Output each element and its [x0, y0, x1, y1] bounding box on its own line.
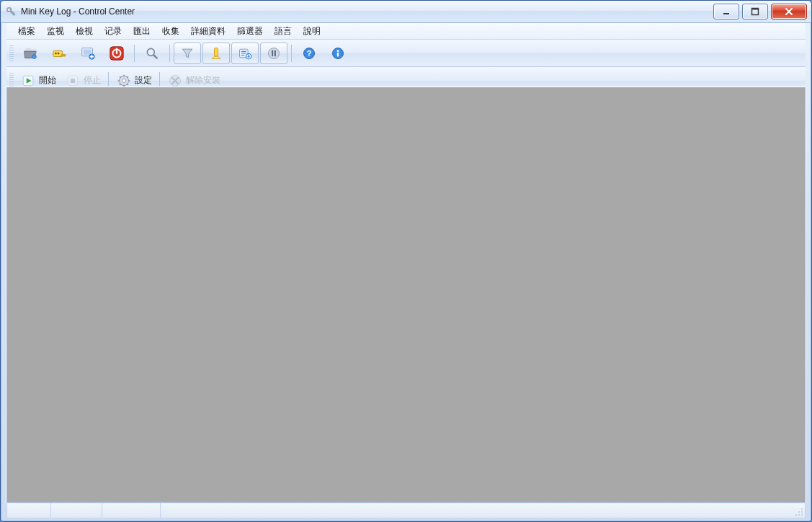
toolbar-separator — [159, 72, 160, 89]
screenshot-settings-button[interactable] — [74, 43, 102, 64]
key-credentials-icon — [51, 45, 67, 61]
menu-view[interactable]: 檢視 — [70, 23, 99, 39]
power-icon — [109, 45, 125, 61]
svg-rect-17 — [272, 50, 273, 56]
svg-text:?: ? — [307, 48, 312, 57]
info-button[interactable] — [324, 43, 352, 64]
svg-point-32 — [798, 511, 800, 513]
filter-button[interactable] — [174, 43, 201, 64]
refresh-data-button[interactable] — [231, 43, 259, 64]
highlight-button[interactable] — [202, 43, 230, 64]
svg-rect-8 — [84, 49, 92, 54]
close-button[interactable] — [771, 4, 807, 19]
pause-button[interactable] — [260, 43, 287, 64]
screenshot-settings-icon — [80, 45, 96, 61]
svg-point-31 — [801, 511, 803, 513]
status-cell-1 — [7, 503, 51, 518]
content-area[interactable] — [6, 87, 806, 503]
menu-monitor[interactable]: 监视 — [41, 23, 70, 39]
help-button[interactable]: ? — [295, 43, 323, 64]
window-title: Mini Key Log - Control Center — [21, 6, 713, 17]
menu-collect[interactable]: 收集 — [156, 23, 185, 39]
toolbar-grip[interactable] — [9, 45, 14, 61]
stop-label: 停止 — [84, 74, 101, 87]
status-cell-4 — [161, 503, 805, 518]
svg-rect-13 — [215, 48, 218, 56]
toolbar-separator — [108, 72, 109, 89]
open-log-button[interactable] — [17, 43, 44, 64]
search-icon — [144, 45, 160, 61]
maximize-button[interactable] — [742, 4, 768, 19]
svg-rect-2 — [752, 9, 759, 10]
statusbar — [6, 503, 806, 518]
toolbar-grip[interactable] — [9, 73, 14, 89]
search-button[interactable] — [138, 43, 166, 64]
svg-point-28 — [122, 79, 126, 82]
menu-export[interactable]: 匯出 — [128, 23, 156, 39]
uninstall-icon — [167, 73, 183, 89]
play-icon — [20, 73, 36, 89]
status-cell-2 — [51, 503, 102, 518]
svg-rect-26 — [71, 79, 75, 83]
highlight-icon — [208, 45, 224, 61]
uninstall-label: 解除安裝 — [186, 74, 220, 87]
start-label: 開始 — [39, 74, 56, 87]
menu-details[interactable]: 詳細資料 — [185, 23, 231, 39]
svg-point-22 — [337, 50, 339, 52]
filter-icon — [179, 45, 195, 61]
window-controls — [713, 4, 807, 19]
svg-rect-23 — [337, 52, 339, 56]
power-button[interactable] — [103, 43, 130, 64]
toolbar-separator — [134, 45, 135, 62]
menu-help[interactable]: 說明 — [298, 23, 326, 39]
toolbar-separator — [169, 45, 170, 62]
refresh-data-icon — [237, 45, 253, 61]
svg-rect-18 — [275, 50, 276, 56]
svg-point-5 — [55, 52, 57, 54]
svg-point-34 — [798, 514, 800, 516]
menubar: 檔案 监视 檢視 记录 匯出 收集 詳細資料 篩選器 語言 說明 — [6, 23, 806, 40]
svg-point-35 — [795, 514, 797, 516]
titlebar[interactable]: Mini Key Log - Control Center — [1, 1, 811, 23]
svg-rect-0 — [723, 13, 729, 14]
resize-grip[interactable] — [793, 506, 803, 516]
minimize-button[interactable] — [713, 4, 739, 19]
settings-label: 設定 — [135, 74, 152, 87]
stop-icon — [65, 73, 81, 89]
key-credentials-button[interactable] — [45, 43, 73, 64]
open-log-icon — [22, 45, 38, 61]
menu-record[interactable]: 记录 — [99, 23, 128, 39]
svg-point-16 — [269, 48, 280, 58]
svg-point-6 — [58, 52, 60, 54]
app-icon — [5, 6, 17, 17]
pause-icon — [266, 45, 282, 61]
status-cell-3 — [102, 503, 161, 518]
icon-toolbar: ? — [6, 40, 806, 67]
toolbar-separator — [291, 45, 292, 62]
info-icon — [330, 45, 346, 61]
menu-language[interactable]: 語言 — [269, 23, 298, 39]
help-icon: ? — [301, 45, 317, 61]
menu-file[interactable]: 檔案 — [12, 23, 41, 39]
app-window: Mini Key Log - Control Center 檔案 监视 檢視 记… — [0, 0, 812, 522]
menu-filter[interactable]: 篩選器 — [231, 23, 269, 39]
svg-point-30 — [801, 508, 803, 510]
svg-point-3 — [32, 54, 37, 58]
gear-icon — [116, 73, 132, 89]
svg-point-33 — [801, 514, 803, 516]
